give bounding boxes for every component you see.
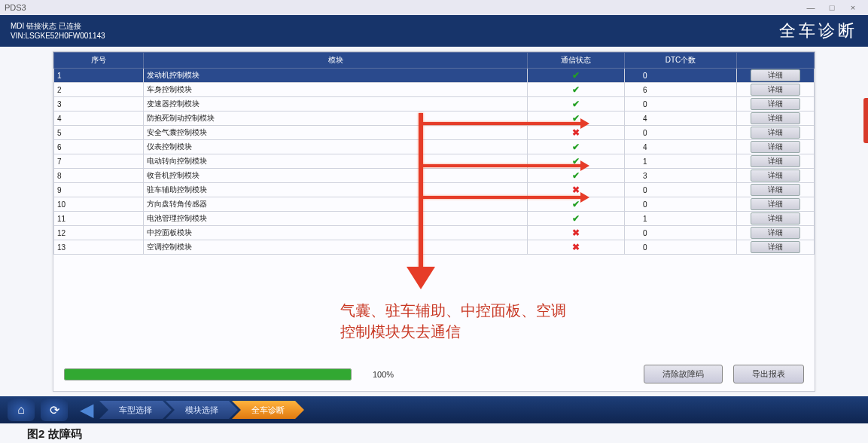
detail-button[interactable]: 详细 <box>751 170 800 182</box>
detail-button[interactable]: 详细 <box>751 227 800 239</box>
detail-button[interactable]: 详细 <box>751 141 800 153</box>
detail-button[interactable]: 详细 <box>751 155 800 167</box>
col-dtc: DTC个数 <box>625 53 737 69</box>
cell-detail: 详细 <box>737 112 815 126</box>
cell-detail: 详细 <box>737 240 815 255</box>
window-titlebar: PDS3 — □ × <box>0 0 868 15</box>
table-row[interactable]: 5安全气囊控制模块✖0详细 <box>54 126 815 140</box>
export-report-button[interactable]: 导出报表 <box>733 365 804 383</box>
cell-index: 1 <box>54 69 144 83</box>
crumb-full-scan[interactable]: 全车诊断 <box>232 401 304 419</box>
cell-comm: ✖ <box>528 240 625 255</box>
detail-button[interactable]: 详细 <box>751 84 800 96</box>
table-row[interactable]: 4防抱死制动控制模块✔4详细 <box>54 112 815 126</box>
table-row[interactable]: 10方向盘转角传感器✔0详细 <box>54 197 815 212</box>
cell-index: 11 <box>54 212 144 226</box>
cell-module: 方向盘转角传感器 <box>144 197 528 212</box>
cell-detail: 详细 <box>737 197 815 212</box>
detail-button[interactable]: 详细 <box>751 184 800 196</box>
cell-module: 电动转向控制模块 <box>144 154 528 169</box>
cell-module: 电池管理控制模块 <box>144 212 528 226</box>
progress-row: 100% 清除故障码 导出报表 <box>64 365 804 383</box>
detail-button[interactable]: 详细 <box>751 241 800 253</box>
cell-comm: ✔ <box>528 83 625 97</box>
col-detail <box>737 53 815 69</box>
crumb-module-select[interactable]: 模块选择 <box>166 401 238 419</box>
nav-bar: ⌂ ⟳ ◀ 车型选择 模块选择 全车诊断 <box>0 396 868 423</box>
table-row[interactable]: 7电动转向控制模块✔1详细 <box>54 154 815 169</box>
cell-index: 2 <box>54 83 144 97</box>
clear-dtc-button[interactable]: 清除故障码 <box>644 365 723 383</box>
cell-detail: 详细 <box>737 126 815 140</box>
cell-dtc: 3 <box>625 169 737 183</box>
cell-comm: ✔ <box>528 197 625 212</box>
cell-comm: ✔ <box>528 169 625 183</box>
cell-dtc: 0 <box>625 183 737 197</box>
back-chevron-icon[interactable]: ◀ <box>80 399 93 420</box>
table-row[interactable]: 13空调控制模块✖0详细 <box>54 240 815 255</box>
maximize-button[interactable]: □ <box>821 3 842 12</box>
home-icon[interactable]: ⌂ <box>8 399 35 421</box>
cell-module: 变速器控制模块 <box>144 97 528 112</box>
cell-comm: ✖ <box>528 183 625 197</box>
cell-index: 8 <box>54 169 144 183</box>
cell-index: 12 <box>54 226 144 240</box>
cell-dtc: 0 <box>625 97 737 112</box>
cell-module: 仪表控制模块 <box>144 140 528 154</box>
cell-comm: ✔ <box>528 112 625 126</box>
table-row[interactable]: 3变速器控制模块✔0详细 <box>54 97 815 112</box>
close-button[interactable]: × <box>842 3 863 12</box>
progress-bar <box>64 368 352 380</box>
detail-button[interactable]: 详细 <box>751 212 800 225</box>
detail-button[interactable]: 详细 <box>751 98 800 110</box>
check-icon: ✔ <box>572 113 580 124</box>
detail-button[interactable]: 详细 <box>751 198 800 210</box>
results-panel: 序号 模块 通信状态 DTC个数 1发动机控制模块✔0详细2车身控制模块✔6详细… <box>53 51 815 392</box>
table-row[interactable]: 12中控面板模块✖0详细 <box>54 226 815 240</box>
col-index: 序号 <box>54 53 144 69</box>
cell-index: 13 <box>54 240 144 255</box>
cell-comm: ✖ <box>528 126 625 140</box>
cell-detail: 详细 <box>737 83 815 97</box>
cell-dtc: 0 <box>625 197 737 212</box>
cell-dtc: 4 <box>625 112 737 126</box>
col-comm: 通信状态 <box>528 53 625 69</box>
cell-comm: ✔ <box>528 212 625 226</box>
header-status: MDI 链接状态 已连接 VIN:LSGKE52H0FW001143 <box>11 21 105 41</box>
cell-dtc: 0 <box>625 126 737 140</box>
table-row[interactable]: 9驻车辅助控制模块✖0详细 <box>54 183 815 197</box>
check-icon: ✔ <box>572 156 580 167</box>
detail-button[interactable]: 详细 <box>751 69 800 81</box>
cell-dtc: 1 <box>625 212 737 226</box>
table-row[interactable]: 11电池管理控制模块✔1详细 <box>54 212 815 226</box>
table-row[interactable]: 1发动机控制模块✔0详细 <box>54 69 815 83</box>
progress-text: 100% <box>373 370 394 379</box>
cell-comm: ✔ <box>528 69 625 83</box>
refresh-icon[interactable]: ⟳ <box>41 399 68 421</box>
cell-index: 7 <box>54 154 144 169</box>
cell-detail: 详细 <box>737 226 815 240</box>
cell-dtc: 6 <box>625 83 737 97</box>
minimize-button[interactable]: — <box>800 3 821 12</box>
cell-detail: 详细 <box>737 169 815 183</box>
page-title: 全车诊断 <box>779 20 857 42</box>
cell-module: 安全气囊控制模块 <box>144 126 528 140</box>
col-module: 模块 <box>144 53 528 69</box>
table-row[interactable]: 6仪表控制模块✔4详细 <box>54 140 815 154</box>
detail-button[interactable]: 详细 <box>751 112 800 124</box>
cell-detail: 详细 <box>737 212 815 226</box>
check-icon: ✔ <box>572 142 580 152</box>
app-title: PDS3 <box>5 3 26 12</box>
vin-label: VIN:LSGKE52H0FW001143 <box>11 31 105 41</box>
cell-module: 中控面板模块 <box>144 226 528 240</box>
check-icon: ✔ <box>572 70 580 81</box>
cell-dtc: 0 <box>625 240 737 255</box>
table-row[interactable]: 2车身控制模块✔6详细 <box>54 83 815 97</box>
check-icon: ✔ <box>572 170 580 181</box>
detail-button[interactable]: 详细 <box>751 127 800 139</box>
table-row[interactable]: 8收音机控制模块✔3详细 <box>54 169 815 183</box>
cell-comm: ✔ <box>528 154 625 169</box>
crumb-vehicle-select[interactable]: 车型选择 <box>99 401 172 419</box>
cell-index: 5 <box>54 126 144 140</box>
check-icon: ✔ <box>572 99 580 109</box>
